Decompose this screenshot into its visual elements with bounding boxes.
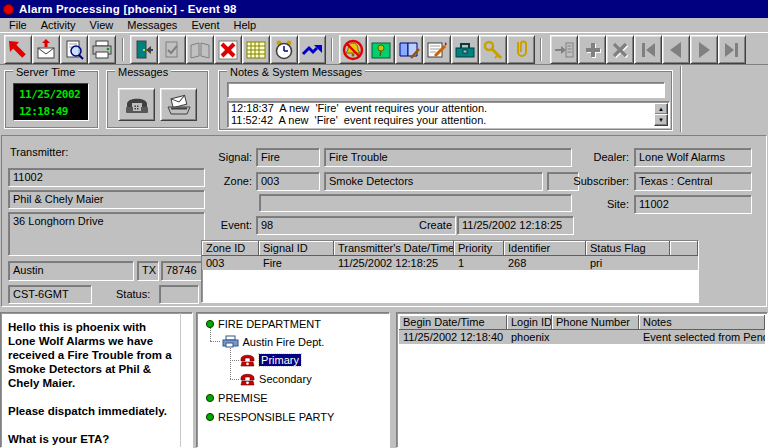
validate-button[interactable] xyxy=(158,35,186,64)
access-key-button[interactable] xyxy=(479,35,507,64)
zone-code-field[interactable]: 003 xyxy=(256,172,320,191)
menu-help[interactable]: Help xyxy=(227,19,264,32)
fax-printer-icon xyxy=(222,335,240,348)
signal-grid: Zone ID Signal ID Transmitter's Date/Tim… xyxy=(201,240,699,303)
send-mail-button[interactable] xyxy=(32,35,60,64)
column-header[interactable]: Begin Date/Time xyxy=(399,315,507,330)
cell-datetime: 11/25/2002 12:18:25 xyxy=(334,256,454,270)
system-messages-list[interactable]: 12:18:37 A new 'Fire' event requires you… xyxy=(227,101,670,128)
details-icon xyxy=(553,39,575,61)
tree-label: Austin Fire Dept. xyxy=(242,336,324,348)
extra-field[interactable] xyxy=(259,194,572,212)
zone-desc-field[interactable]: Smoke Detectors xyxy=(324,172,543,191)
tree-item-austin-fire-dept[interactable]: Austin Fire Dept. xyxy=(222,335,324,348)
phone-message-button[interactable] xyxy=(118,88,155,121)
key-icon xyxy=(482,39,504,61)
transmitter-id-field[interactable]: 11002 xyxy=(8,168,205,187)
tree-item-fire-department[interactable]: FIRE DEPARTMENT xyxy=(205,318,321,330)
system-message[interactable]: 12:18:37 A new 'Fire' event requires you… xyxy=(228,102,669,114)
dealer-field[interactable]: Lone Wolf Alarms xyxy=(634,148,752,167)
state-field[interactable]: TX xyxy=(137,261,159,281)
tree-label-selected: Primary xyxy=(259,354,301,366)
add-record-button[interactable] xyxy=(578,35,606,64)
sticky-note-button[interactable] xyxy=(367,35,395,64)
system-message[interactable]: 11:52:42 A new 'Fire' event requires you… xyxy=(228,114,669,126)
menu-messages[interactable]: Messages xyxy=(120,19,184,32)
trace-button[interactable] xyxy=(298,35,326,64)
activity-grid-row-selected[interactable]: 11/25/2002 12:18:40 phoenix Event select… xyxy=(399,330,765,344)
city-field[interactable]: Austin xyxy=(8,261,134,281)
signal-label: Signal: xyxy=(212,151,252,163)
menu-event[interactable]: Event xyxy=(184,19,226,32)
contact-name-field[interactable]: Phil & Chely Maier xyxy=(8,190,205,209)
create-datetime-field[interactable]: 11/25/2002 12:18:25 xyxy=(457,216,574,235)
address-field[interactable]: 36 Longhorn Drive xyxy=(8,212,205,256)
signal-desc-field[interactable]: Fire Trouble xyxy=(324,148,572,167)
column-header[interactable]: Zone ID xyxy=(202,241,259,256)
site-field[interactable]: 11002 xyxy=(634,195,752,214)
titlebar[interactable]: Alarm Processing [phoenix] - Event 98 xyxy=(0,0,768,18)
dealer-label: Dealer: xyxy=(559,151,629,163)
print-button[interactable] xyxy=(88,35,116,64)
return-to-pending-button[interactable] xyxy=(4,35,32,64)
cell-notes: Event selected from Pending xyxy=(639,330,765,344)
attachment-button[interactable] xyxy=(507,35,535,64)
outbox-message-button[interactable] xyxy=(160,88,197,121)
pin-note-icon xyxy=(370,39,392,61)
cell-signal-id: Fire xyxy=(259,256,334,270)
details-button[interactable] xyxy=(550,35,578,64)
nav-last-button[interactable] xyxy=(718,35,746,64)
tree-item-premise[interactable]: PREMISE xyxy=(205,392,268,404)
tree-line xyxy=(210,341,220,342)
nav-prev-button[interactable] xyxy=(662,35,690,64)
grid-view-button[interactable] xyxy=(242,35,270,64)
nav-next-button[interactable] xyxy=(690,35,718,64)
silence-alarm-button[interactable] xyxy=(339,35,367,64)
nav-first-button[interactable] xyxy=(634,35,662,64)
timezone-field[interactable]: CST-6GMT xyxy=(8,285,92,304)
scroll-down-button[interactable]: ▼ xyxy=(654,114,668,126)
column-header[interactable]: Transmitter's Date/Time xyxy=(334,241,454,256)
activity-grid-panel: Begin Date/Time Login ID Phone Number No… xyxy=(396,312,768,448)
zip-field[interactable]: 78746 xyxy=(161,261,205,281)
edit-notes-button[interactable] xyxy=(423,35,451,64)
delete-record-button[interactable] xyxy=(606,35,634,64)
note-input[interactable] xyxy=(227,82,665,98)
column-header-filler xyxy=(670,241,698,256)
column-header[interactable]: Notes xyxy=(639,315,765,330)
column-header[interactable]: Phone Number xyxy=(552,315,639,330)
toolbar-group-tools xyxy=(339,35,535,64)
timer-button[interactable] xyxy=(270,35,298,64)
signal-code-field[interactable]: Fire xyxy=(256,148,320,167)
tree-item-primary[interactable]: Primary xyxy=(239,353,301,367)
phone-book-button[interactable] xyxy=(395,35,423,64)
tree-line xyxy=(230,360,239,361)
toolbox-button[interactable] xyxy=(451,35,479,64)
signal-grid-row-selected[interactable]: 003 Fire 11/25/2002 12:18:25 1 268 pri xyxy=(202,256,698,270)
print-preview-button[interactable] xyxy=(60,35,88,64)
menu-activity[interactable]: Activity xyxy=(34,19,83,32)
cancel-event-button[interactable] xyxy=(214,35,242,64)
tree-item-responsible-party[interactable]: RESPONSIBLE PARTY xyxy=(205,411,334,423)
dispatch-button[interactable] xyxy=(186,35,214,64)
grid-icon xyxy=(245,39,267,61)
column-header[interactable]: Login ID xyxy=(507,315,552,330)
menu-file[interactable]: File xyxy=(2,19,34,32)
dispatch-script-panel[interactable]: Hello this is phoenix with Lone Wolf Ala… xyxy=(0,312,193,448)
tree-item-secondary[interactable]: Secondary xyxy=(239,372,312,386)
menu-view[interactable]: View xyxy=(83,19,121,32)
status-field[interactable] xyxy=(159,285,199,304)
messages-scrollbar[interactable]: ▲ ▼ xyxy=(654,103,668,126)
site-label: Site: xyxy=(559,198,629,210)
exit-event-button[interactable] xyxy=(130,35,158,64)
subscriber-field[interactable]: Texas : Central xyxy=(634,172,752,191)
tree-label: RESPONSIBLE PARTY xyxy=(218,411,334,423)
column-header[interactable]: Priority xyxy=(454,241,504,256)
column-header[interactable]: Signal ID xyxy=(259,241,334,256)
column-header[interactable]: Identifier xyxy=(504,241,586,256)
subscriber-label: Subscriber: xyxy=(559,175,629,187)
column-header[interactable]: Status Flag xyxy=(586,241,670,256)
nav-prev-icon xyxy=(665,39,687,61)
nav-last-icon xyxy=(721,39,743,61)
zone-label: Zone: xyxy=(212,175,252,187)
